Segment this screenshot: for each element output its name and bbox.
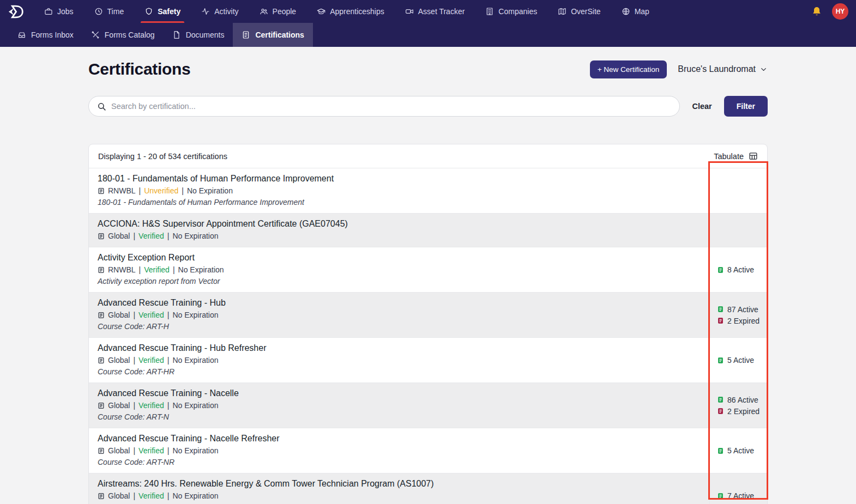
certification-meta: Global | Verified | No Expiration [98, 446, 701, 455]
badge-icon [98, 312, 105, 319]
separator: | [133, 491, 135, 500]
user-avatar[interactable]: HY [832, 3, 848, 20]
row-main: Advanced Rescue Training - Nacelle Globa… [89, 383, 709, 428]
app-logo-icon [8, 4, 25, 19]
graduation-cap-icon [317, 7, 325, 16]
nav-item-map[interactable]: Map [611, 0, 660, 23]
certifications-table: Displaying 1 - 20 of 534 certifications … [88, 144, 768, 504]
certification-title: Advanced Rescue Training - Nacelle [98, 388, 701, 398]
expired-count: 2 Expired [717, 407, 765, 416]
nav-label: Asset Tracker [418, 7, 465, 16]
app-logo[interactable] [8, 4, 25, 19]
active-count-label: 7 Active [727, 491, 754, 500]
table-row[interactable]: Advanced Rescue Training - Nacelle Globa… [89, 382, 767, 428]
row-main: 180-01 - Fundamentals of Human Performan… [89, 168, 709, 213]
nav-item-apprenticeships[interactable]: Apprenticeships [306, 0, 395, 23]
certification-title: Activity Exception Report [98, 253, 701, 263]
nav-item-safety[interactable]: Safety [134, 0, 191, 23]
separator: | [182, 186, 184, 195]
table-row[interactable]: Advanced Rescue Training - Nacelle Refre… [89, 428, 767, 473]
nav-item-jobs[interactable]: Jobs [34, 0, 84, 23]
scope-label: Global [108, 356, 130, 365]
certification-title: Advanced Rescue Training - Hub [98, 298, 701, 308]
nav-label: Map [635, 7, 649, 16]
active-cert-icon [717, 266, 724, 274]
certification-description: Course Code: ART-HR [98, 367, 701, 376]
scope-label: Global [108, 311, 130, 319]
table-row[interactable]: 180-01 - Fundamentals of Human Performan… [89, 168, 767, 213]
search-input[interactable] [111, 102, 671, 111]
certification-title: ACCIONA: H&S Supervisor Appointment Cert… [98, 219, 701, 229]
nav-item-activity[interactable]: Activity [191, 0, 249, 23]
nav-item-asset-tracker[interactable]: Asset Tracker [395, 0, 475, 23]
expiration-label: No Expiration [172, 446, 218, 455]
active-count: 8 Active [717, 265, 765, 274]
badge-icon [98, 493, 105, 500]
active-count-label: 8 Active [727, 265, 754, 274]
verification-status: Verified [138, 446, 164, 455]
separator: | [133, 311, 135, 319]
active-cert-icon [717, 447, 724, 454]
nav-item-companies[interactable]: Companies [475, 0, 547, 23]
scope-label: Global [108, 491, 130, 500]
certification-meta: Global | Verified | No Expiration [98, 311, 701, 319]
clear-button[interactable]: Clear [692, 102, 712, 111]
row-main: Activity Exception Report RNWBL | Verifi… [89, 247, 709, 292]
company-selector-label: Bruce's Laundromat [678, 64, 756, 74]
scope-label: Global [108, 232, 130, 240]
active-cert-icon [717, 306, 724, 313]
separator: | [139, 186, 141, 195]
table-row[interactable]: ACCIONA: H&S Supervisor Appointment Cert… [89, 213, 767, 247]
verification-status: Unverified [144, 186, 178, 195]
table-row[interactable]: Airstreams: 240 Hrs. Renewable Energy & … [89, 473, 767, 504]
shield-icon [144, 7, 153, 16]
nav-item-time[interactable]: Time [84, 0, 135, 23]
table-row[interactable]: Advanced Rescue Training - Hub Global | … [89, 292, 767, 337]
active-cert-icon [717, 396, 724, 403]
page-header: Certifications + New Certification Bruce… [88, 60, 768, 78]
certification-meta: Global | Verified | No Expiration [98, 491, 701, 500]
counts-cell: 86 Active 2 Expired [709, 383, 767, 428]
company-selector[interactable]: Bruce's Laundromat [678, 64, 768, 74]
nav-items: Jobs Time Safety Activity People Apprent… [34, 0, 660, 23]
active-count-label: 5 Active [727, 446, 754, 455]
certification-description: Course Code: ART-NR [98, 458, 701, 466]
table-row[interactable]: Advanced Rescue Training - Hub Refresher… [89, 337, 767, 382]
topbar-right: HY [811, 3, 848, 20]
row-main: Advanced Rescue Training - Hub Global | … [89, 293, 709, 337]
separator: | [167, 356, 170, 365]
expired-count-label: 2 Expired [727, 317, 759, 325]
subnav-label: Forms Inbox [31, 31, 74, 39]
nav-item-people[interactable]: People [249, 0, 307, 23]
filter-button[interactable]: Filter [724, 96, 768, 117]
badge-icon [98, 187, 105, 195]
scope-label: Global [108, 446, 130, 455]
tabulate-label: Tabulate [714, 152, 744, 161]
table-row[interactable]: Activity Exception Report RNWBL | Verifi… [89, 247, 767, 292]
search-box[interactable] [88, 96, 680, 117]
expiration-label: No Expiration [172, 491, 218, 500]
page-title: Certifications [88, 60, 191, 78]
subnav-item-documents[interactable]: Documents [164, 23, 233, 47]
certification-description: 180-01 - Fundamentals of Human Performan… [98, 198, 701, 207]
certification-description: Course Code: ART-N [98, 412, 701, 421]
subnav-item-forms-catalog[interactable]: Forms Catalog [82, 23, 164, 47]
expiration-label: No Expiration [172, 401, 218, 410]
subnav-item-certifications[interactable]: Certifications [233, 23, 312, 47]
row-main: Airstreams: 240 Hrs. Renewable Energy & … [89, 473, 709, 504]
active-cert-icon [717, 357, 724, 364]
new-certification-button[interactable]: + New Certification [590, 60, 667, 78]
subnav-item-forms-inbox[interactable]: Forms Inbox [9, 23, 82, 47]
inbox-icon [17, 31, 26, 39]
separator: | [133, 356, 135, 365]
nav-item-oversite[interactable]: OverSite [547, 0, 611, 23]
tabulate-button[interactable]: Tabulate [714, 151, 758, 161]
certification-title: Advanced Rescue Training - Nacelle Refre… [98, 434, 701, 444]
certification-meta: Global | Verified | No Expiration [98, 232, 701, 240]
subnav-label: Forms Catalog [105, 31, 155, 39]
separator: | [133, 401, 135, 410]
page-header-actions: + New Certification Bruce's Laundromat [590, 60, 768, 78]
counts-cell: 8 Active [709, 247, 767, 292]
row-main: Advanced Rescue Training - Nacelle Refre… [89, 428, 709, 473]
notifications-bell-icon[interactable] [811, 6, 822, 17]
